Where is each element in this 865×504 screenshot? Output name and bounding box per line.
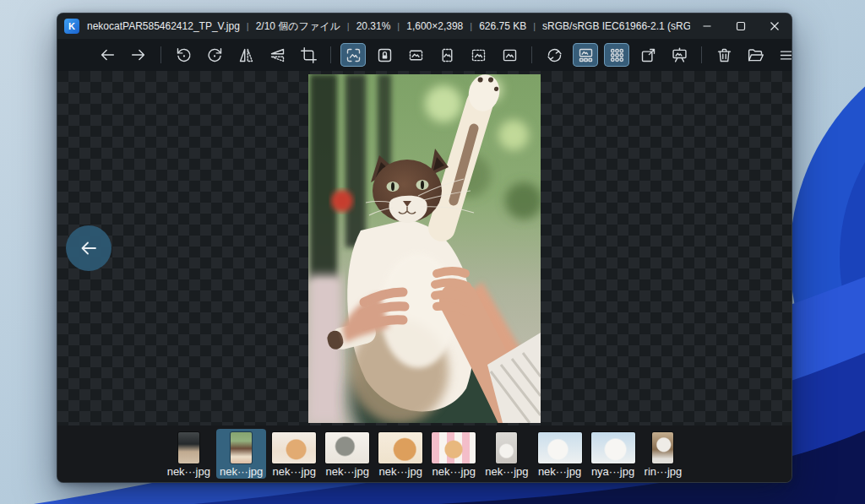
- delete-button[interactable]: [711, 43, 737, 67]
- fit-page-icon: [470, 46, 487, 64]
- arrow-right-icon: [129, 46, 148, 64]
- thumbnail-item-9[interactable]: nya···jpg: [588, 429, 639, 479]
- thumbnail-label: nek···jpg: [326, 465, 369, 478]
- hamburger-icon: [778, 46, 793, 64]
- thumbnail-item-8[interactable]: nek···jpg: [535, 429, 585, 479]
- grid-view-button[interactable]: [604, 43, 629, 67]
- slideshow-button[interactable]: [666, 43, 692, 67]
- fit-to-window-button[interactable]: [340, 43, 366, 67]
- fullscreen-icon: [639, 46, 657, 64]
- thumbnail-label: nek···jpg: [432, 465, 476, 478]
- color-profile: sRGB/sRGB IEC61966-2.1 (sRGB): [542, 20, 690, 32]
- toolbar-separator: [160, 46, 161, 63]
- open-folder-button[interactable]: [743, 43, 768, 67]
- refresh-icon: [546, 46, 563, 64]
- rotate-cw-icon: [206, 46, 224, 64]
- trash-icon: [715, 46, 733, 64]
- crop-button[interactable]: [296, 43, 321, 67]
- fit-page-button[interactable]: [465, 43, 491, 67]
- thumbnail-bar-toggle-button[interactable]: [573, 43, 598, 67]
- thumbnail-label: nek···jpg: [167, 465, 210, 478]
- thumbnail-item-2[interactable]: nek···jpg: [216, 429, 266, 479]
- thumbnail-image[interactable]: [591, 432, 635, 463]
- rotate-left-button[interactable]: [171, 43, 196, 67]
- file-size: 626.75 KB: [479, 20, 526, 32]
- toolbar-separator: [330, 46, 331, 63]
- minimize-icon: [702, 21, 712, 31]
- thumbnail-label: nek···jpg: [220, 465, 263, 478]
- viewer-canvas: [57, 71, 792, 425]
- image-dimensions: 1,600×2,398: [406, 20, 463, 32]
- thumbnail-image[interactable]: [325, 432, 369, 463]
- grid-icon: [608, 46, 626, 64]
- thumbnail-item-7[interactable]: nek···jpg: [481, 429, 531, 479]
- thumbnail-strip-icon: [577, 46, 595, 64]
- crop-icon: [300, 46, 318, 64]
- cat-photo: [308, 74, 541, 423]
- titlebar: K nekocatPAR585462412_TP_V.jpg | 2/10 個の…: [57, 14, 792, 39]
- main-image[interactable]: [308, 74, 541, 423]
- fullscreen-button[interactable]: [635, 43, 661, 67]
- app-logo-icon: K: [64, 19, 79, 34]
- minimize-button[interactable]: [690, 14, 724, 39]
- flip-vertical-button[interactable]: [264, 43, 290, 67]
- fit-width-button[interactable]: [403, 43, 428, 67]
- lock-zoom-button[interactable]: [372, 43, 397, 67]
- close-button[interactable]: [758, 14, 792, 39]
- menu-button[interactable]: [774, 43, 792, 67]
- thumbnail-item-1[interactable]: nek···jpg: [164, 429, 214, 479]
- previous-image-overlay-button[interactable]: [66, 225, 112, 271]
- thumbnail-image[interactable]: [178, 432, 199, 463]
- maximize-icon: [736, 21, 746, 31]
- folder-open-icon: [747, 46, 764, 64]
- title-text: nekocatPAR585462412_TP_V.jpg | 2/10 個のファ…: [87, 19, 690, 34]
- rotate-right-button[interactable]: [202, 43, 227, 67]
- arrow-left-icon: [98, 46, 117, 64]
- thumbnail-bar: nek···jpg nek···jpg nek···jpg nek···jpg …: [57, 425, 792, 482]
- lock-icon: [376, 46, 394, 64]
- thumbnail-image[interactable]: [231, 432, 252, 463]
- rotate-ccw-icon: [175, 46, 193, 64]
- thumbnail-item-6[interactable]: nek···jpg: [428, 429, 479, 479]
- thumbnail-image[interactable]: [272, 432, 316, 463]
- arrow-left-icon: [76, 236, 101, 261]
- thumbnail-image[interactable]: [538, 432, 582, 463]
- toolbar-separator: [701, 46, 702, 63]
- thumbnail-image[interactable]: [652, 432, 673, 463]
- maximize-button[interactable]: [724, 14, 758, 39]
- file-index: 2/10 個のファイル: [256, 19, 340, 34]
- fit-width-icon: [407, 46, 425, 64]
- thumbnail-label: nek···jpg: [485, 465, 528, 478]
- thumbnail-label: nek···jpg: [538, 465, 581, 478]
- slideshow-icon: [671, 46, 688, 64]
- actual-size-button[interactable]: [497, 43, 522, 67]
- window-controls: [690, 14, 792, 39]
- thumbnail-label: rin···jpg: [645, 465, 683, 478]
- fit-height-button[interactable]: [434, 43, 460, 67]
- thumbnail-label: nek···jpg: [379, 465, 422, 478]
- flip-vertical-icon: [269, 46, 286, 64]
- thumbnail-label: nek···jpg: [273, 465, 316, 478]
- actual-size-icon: [501, 46, 519, 64]
- fit-window-icon: [345, 46, 362, 64]
- thumbnail-label: nya···jpg: [591, 465, 634, 478]
- thumbnail-item-3[interactable]: nek···jpg: [269, 429, 319, 479]
- thumbnail-item-4[interactable]: nek···jpg: [322, 429, 373, 479]
- thumbnail-image[interactable]: [432, 432, 476, 463]
- flip-horizontal-icon: [237, 46, 255, 64]
- thumbnail-image[interactable]: [496, 432, 517, 463]
- image-viewer-window: K nekocatPAR585462412_TP_V.jpg | 2/10 個の…: [57, 13, 792, 483]
- flip-horizontal-button[interactable]: [233, 43, 258, 67]
- fit-height-icon: [438, 46, 456, 64]
- next-image-button[interactable]: [126, 43, 151, 67]
- thumbnail-image[interactable]: [378, 432, 422, 463]
- thumbnail-item-10[interactable]: rin···jpg: [641, 429, 686, 479]
- refresh-button[interactable]: [541, 43, 567, 67]
- filename: nekocatPAR585462412_TP_V.jpg: [87, 20, 240, 32]
- previous-image-button[interactable]: [95, 43, 120, 67]
- toolbar: [57, 39, 792, 71]
- close-icon: [770, 21, 780, 31]
- thumbnail-item-5[interactable]: nek···jpg: [375, 429, 426, 479]
- toolbar-separator: [531, 46, 532, 63]
- zoom-level: 20.31%: [356, 20, 391, 32]
